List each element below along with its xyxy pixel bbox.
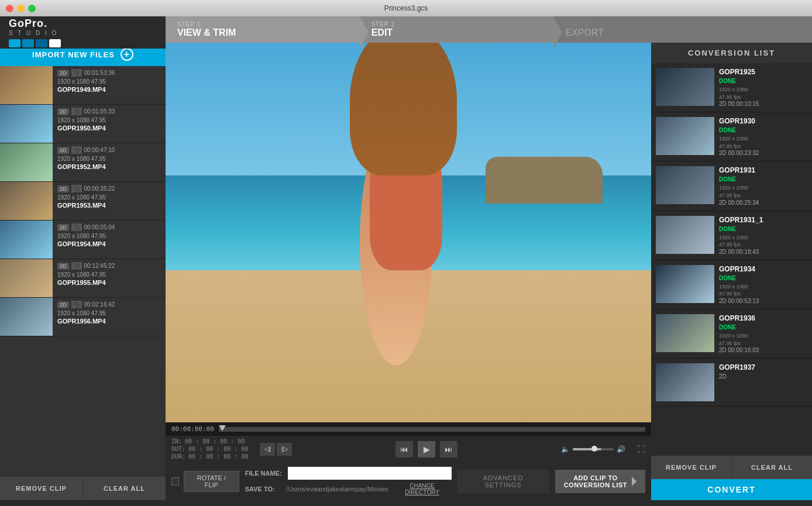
rotate-checkbox[interactable]: [171, 477, 179, 486]
conv-item-name: GOPR1937: [719, 363, 807, 371]
filename-area: FILE NAME: SAVE TO: /Users/evaandjakeala…: [245, 467, 452, 495]
in-row: IN: 00 : 00 : 00 : 00: [171, 438, 248, 445]
step-1-label: VIEW & TRIM: [177, 27, 348, 38]
volume-low-icon: 🔈: [561, 445, 570, 453]
clear-all-button[interactable]: CLEAR ALL: [83, 477, 166, 500]
logo-dots: [9, 39, 61, 47]
clip-item[interactable]: 2D 🎥 00:00:35:22 1920 x 1080 47.95 GOPR1…: [0, 182, 166, 221]
conv-item-info: GOPR1931 DONE 1920 x 108047.95 fps 2D 00…: [719, 166, 807, 205]
trim-buttons: ◁| |▷: [260, 443, 292, 456]
conv-list-item[interactable]: GOPR1937 2D: [651, 359, 812, 407]
clip-item[interactable]: 2D 🎥 00:00:47:10 1920 x 1080 47.95 GOPR1…: [0, 143, 166, 182]
change-directory-button[interactable]: CHANGE DIRECTORY: [393, 483, 452, 495]
badge-2d: 2D: [57, 108, 69, 115]
conv-list-item[interactable]: GOPR1934 DONE 1920 x 108047.95 fps 2D 00…: [651, 260, 812, 309]
play-button[interactable]: ▶: [418, 441, 435, 457]
conv-item-info: GOPR1937 2D: [719, 363, 807, 380]
conv-list-item[interactable]: GOPR1931 DONE 1920 x 108047.95 fps 2D 00…: [651, 161, 812, 211]
person-hair: [350, 43, 457, 175]
step-3-label: EXPORT: [565, 27, 736, 38]
video-area: [166, 43, 651, 422]
clip-time: 00:00:05:04: [84, 224, 115, 230]
clip-item[interactable]: 2D 🎥 00:01:53:36 1920 x 1080 47.95 GOPR1…: [0, 66, 166, 105]
conv-list-item[interactable]: GOPR1925 DONE 1920 x 108047.95 fps 2D 00…: [651, 63, 812, 112]
step-1-arrow: [360, 16, 369, 49]
center-panel: 00:00:00:00 IN: 00 : 00 : 00 : 00 OUT: 0…: [166, 43, 651, 500]
clip-meta: 2D 🎥 00:01:05:33 1920 x 1080 47.95 GOPR1…: [53, 105, 166, 143]
in-out-values: IN: 00 : 00 : 00 : 00 OUT: 00 : 00 : 00 …: [171, 438, 248, 460]
convert-button[interactable]: CONVERT: [651, 479, 812, 500]
conv-item-status: DONE: [719, 324, 807, 331]
volume-area: 🔈 🔊: [561, 445, 625, 453]
filename-label: FILE NAME:: [245, 470, 283, 477]
conv-item-2d: 2D 00:00:23:32: [719, 150, 807, 156]
clip-res: 1920 x 1080 47.95: [57, 233, 161, 239]
volume-slider[interactable]: [573, 448, 614, 450]
clip-item[interactable]: 2D 🎥 00:02:16:42 1920 x 1080 47.95 GOPR1…: [0, 298, 166, 336]
clip-name: GOPR1949.MP4: [57, 86, 161, 93]
badge-2d: 2D: [57, 263, 69, 270]
clip-thumbnail: [0, 105, 53, 143]
clip-res: 1920 x 1080 47.95: [57, 78, 161, 85]
conv-list-item[interactable]: GOPR1936 DONE 1920 x 108047.95 fps 2D 00…: [651, 309, 812, 359]
step-1-num: STEP 1: [177, 21, 348, 27]
rotate-button[interactable]: ROTATE / FLIP: [184, 471, 239, 492]
conv-thumbnail: [656, 314, 714, 352]
timeline-track[interactable]: [219, 427, 645, 432]
filename-input[interactable]: [288, 467, 452, 480]
dur-value: 00 : 00 : 00 : 00: [188, 453, 248, 460]
conv-item-status: DONE: [719, 127, 807, 133]
clip-meta: 2D 🎥 00:00:35:22 1920 x 1080 47.95 GOPR1…: [53, 182, 166, 220]
badge-cam: 🎥: [71, 69, 82, 77]
import-label: IMPORT NEW FILES: [32, 50, 115, 59]
conv-thumbnail: [656, 216, 714, 254]
close-button[interactable]: [6, 5, 13, 12]
step-forward-button[interactable]: ⏭: [440, 441, 457, 457]
timecode-display: 00:00:00:00: [171, 425, 214, 433]
step-1[interactable]: STEP 1 VIEW & TRIM: [166, 16, 360, 43]
window-controls[interactable]: [6, 5, 36, 12]
badge-cam: 🎥: [71, 223, 82, 231]
advanced-settings-button[interactable]: ADVANCED SETTINGS: [457, 470, 549, 493]
conv-item-name: GOPR1931_1: [719, 216, 807, 224]
add-clip-arrow-icon: [632, 477, 636, 486]
clip-meta: 2D 🎥 00:00:05:04 1920 x 1080 47.95 GOPR1…: [53, 221, 166, 259]
step-back-button[interactable]: ⏮: [395, 441, 413, 457]
dur-row: DUR: 00 : 00 : 00 : 00: [171, 453, 248, 460]
clip-badges: 2D 🎥 00:01:53:36: [57, 69, 161, 77]
step-2-num: STEP 2: [371, 21, 542, 27]
steps-filler: [748, 16, 812, 43]
minimize-button[interactable]: [17, 5, 25, 12]
clip-thumbnail: [0, 298, 53, 336]
badge-2d: 2D: [57, 185, 69, 192]
gopro-logo: GoPro. S T U D I O: [9, 18, 61, 47]
add-clip-button[interactable]: ADD CLIP TOCONVERSION LIST: [555, 470, 645, 493]
trim-in-button[interactable]: ◁|: [260, 443, 275, 456]
fullscreen-button[interactable]: ⛶: [637, 445, 645, 454]
conv-list-item[interactable]: GOPR1930 DONE 1920 x 108047.95 fps 2D 00…: [651, 112, 812, 161]
bottom-panel: ROTATE / FLIP FILE NAME: SAVE TO: /Users…: [166, 462, 651, 500]
clip-badges: 2D 🎥 00:00:47:10: [57, 146, 161, 154]
clip-item[interactable]: 2D 🎥 00:01:05:33 1920 x 1080 47.95 GOPR1…: [0, 105, 166, 143]
conv-list-item[interactable]: GOPR1931_1 DONE 1920 x 108047.95 fps 2D …: [651, 211, 812, 260]
volume-knob: [591, 446, 597, 452]
clip-thumbnail: [0, 66, 53, 104]
clip-time: 00:12:45:22: [84, 263, 115, 269]
maximize-button[interactable]: [28, 5, 36, 12]
conv-bottom: REMOVE CLIP CLEAR ALL: [651, 456, 812, 479]
timeline-row: 00:00:00:00: [166, 422, 651, 436]
clip-item[interactable]: 2D 🎥 00:00:05:04 1920 x 1080 47.95 GOPR1…: [0, 221, 166, 259]
remove-clip-button[interactable]: REMOVE CLIP: [0, 477, 83, 500]
conv-clear-all-button[interactable]: CLEAR ALL: [732, 456, 812, 479]
step-3[interactable]: STEP 3 EXPORT: [553, 16, 748, 43]
step-2[interactable]: STEP 2 EDIT: [360, 16, 554, 43]
badge-2d: 2D: [57, 301, 69, 308]
conv-remove-clip-button[interactable]: REMOVE CLIP: [651, 456, 732, 479]
clip-item[interactable]: 2D 🎥 00:12:45:22 1920 x 1080 47.95 GOPR1…: [0, 259, 166, 298]
conv-item-2d: 2D 00:00:53:13: [719, 298, 807, 304]
conversion-list-header: CONVERSION LIST: [651, 43, 812, 63]
trim-out-button[interactable]: |▷: [277, 443, 292, 456]
badge-cam: 🎥: [71, 146, 82, 154]
clip-thumbnail: [0, 221, 53, 259]
out-row: OUT: 00 : 00 : 00 : 00: [171, 446, 248, 452]
